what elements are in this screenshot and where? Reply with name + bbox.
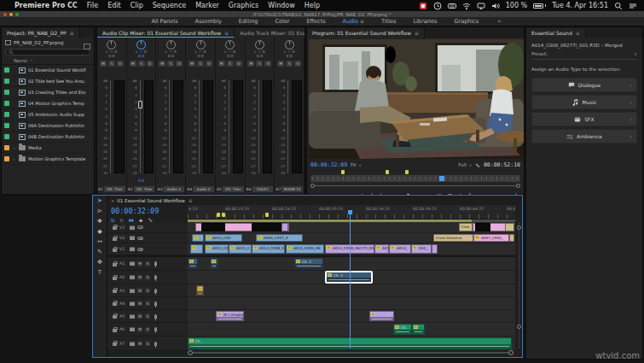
sync-lock-icon[interactable]: [130, 327, 135, 331]
audio-type-ambience-button[interactable]: Ambience›: [531, 129, 637, 143]
menu-edit[interactable]: Edit: [107, 2, 121, 9]
pan-knob[interactable]: [196, 40, 206, 50]
clip-034-[interactable]: fx034_: [411, 244, 432, 254]
clip-cross-dissolve[interactable]: Cross Dissolve: [433, 234, 473, 242]
track-select-forward-tool[interactable]: ⊳: [97, 208, 102, 214]
track-lane-v3[interactable]: Cros: [188, 222, 515, 233]
clip[interactable]: [509, 234, 514, 242]
workspace-tab-assembly[interactable]: Assembly: [187, 18, 230, 25]
slip-tool[interactable]: ↔: [97, 239, 102, 245]
clip[interactable]: [252, 223, 282, 231]
timeline-marker[interactable]: [265, 213, 269, 217]
solo-button[interactable]: S: [286, 61, 293, 67]
tab-sequence[interactable]: 01 Essential Sound Workflow: [117, 198, 184, 203]
label-color-chip[interactable]: [4, 101, 9, 106]
zoom-handle-left[interactable]: [310, 184, 315, 188]
tab-program-monitor[interactable]: Program: 01 Essential Sound Workflow≡: [307, 28, 425, 38]
spotlight-search-icon[interactable]: [614, 2, 623, 10]
track-header-a4[interactable]: A4MS: [107, 297, 188, 310]
track-header-a7[interactable]: A7MS: [107, 337, 188, 351]
sequence-marker[interactable]: [405, 170, 409, 174]
panel-menu-icon[interactable]: ≡: [70, 30, 74, 36]
track-lane-a6[interactable]: fxCh.fx: [188, 323, 515, 337]
pan-knob[interactable]: [136, 40, 146, 50]
volume-fader[interactable]: [138, 79, 142, 175]
lock-icon[interactable]: [113, 343, 117, 346]
audio-type-music-button[interactable]: Music›: [531, 95, 637, 109]
solo-button[interactable]: S: [145, 288, 150, 293]
voiceover-mic-icon[interactable]: [154, 342, 157, 346]
panel-menu-icon[interactable]: ≡: [415, 30, 419, 36]
volume-fader[interactable]: [167, 79, 171, 175]
mute-button[interactable]: M: [137, 288, 142, 293]
panel-menu-icon[interactable]: ≡: [189, 197, 193, 203]
label-color-chip[interactable]: [4, 145, 9, 150]
tab-essential-sound[interactable]: Essential Sound≡: [526, 28, 586, 38]
track-lane-a5[interactable]: fxM.1 Emphasfx: [188, 310, 515, 323]
clip-a014-c008-0[interactable]: fxA014_C008_0: [252, 244, 285, 254]
sync-lock-icon[interactable]: [130, 225, 135, 230]
project-search-input[interactable]: [5, 49, 90, 56]
audio-type-dialogue-button[interactable]: Dialogue›: [531, 78, 637, 92]
project-item[interactable]: 02 Title bed See You Arou: [2, 76, 94, 87]
airplay-icon[interactable]: [477, 2, 485, 10]
voiceover-mic-icon[interactable]: [154, 302, 157, 306]
project-item[interactable]: ›Media: [2, 143, 94, 154]
lock-icon[interactable]: [113, 290, 117, 293]
program-current-timecode[interactable]: 00:00:32:09: [310, 161, 347, 168]
track-lane-a4[interactable]: [188, 297, 515, 310]
voiceover-mic-icon[interactable]: [154, 261, 157, 266]
menu-premiere-pro-cc[interactable]: Premiere Pro CC: [15, 2, 78, 9]
timeline-current-timecode[interactable]: 00:00:32:09: [107, 205, 188, 215]
keyboard-icon[interactable]: [448, 2, 456, 10]
label-color-chip[interactable]: [4, 90, 9, 95]
clip-a004-c007-0[interactable]: fxA004_C007_0: [256, 234, 303, 242]
sequence-marker[interactable]: [386, 170, 389, 174]
close-sequence-icon[interactable]: ×: [111, 198, 114, 203]
tab-audio-clip-mixer[interactable]: Audio Clip Mixer: 01 Essential Sound Wor…: [97, 28, 235, 38]
timeline-vertical-scrollbar[interactable]: [517, 222, 520, 348]
track-name-badge[interactable]: ROOM T1: [281, 186, 303, 192]
audio-type-sfx-button[interactable]: SFX›: [531, 112, 637, 126]
project-tab[interactable]: Project: PR_NAB_D2_PP≡: [2, 28, 80, 38]
timeline-playhead[interactable]: [350, 214, 351, 348]
clip[interactable]: fx: [412, 324, 425, 335]
clip-ch-1[interactable]: fxCh. 1: [326, 272, 372, 283]
automation-button[interactable]: O: [235, 61, 242, 67]
clip-ch-1[interactable]: fxCh. 1: [294, 258, 323, 269]
settings-wrench-icon[interactable]: 🔧︎: [475, 162, 480, 168]
pan-knob[interactable]: [225, 40, 235, 50]
panel-menu-icon[interactable]: ≡: [224, 30, 229, 36]
volume-fader[interactable]: [286, 79, 290, 175]
playback-resolution-dropdown[interactable]: Full∨: [458, 162, 472, 167]
timeline-playhead-head[interactable]: [348, 210, 352, 214]
label-color-chip[interactable]: [4, 156, 9, 161]
clip-a014-[interactable]: fxA014_: [389, 244, 411, 254]
timeline-horizontal-scrollbar[interactable]: [188, 350, 513, 355]
mute-button[interactable]: M: [247, 61, 254, 67]
track-lane-a1[interactable]: fxfxfxCh. 1: [188, 257, 515, 271]
workspace-tab-graphics[interactable]: Graphics: [446, 18, 488, 25]
menu-sequence[interactable]: Sequence: [153, 2, 186, 9]
clip[interactable]: [475, 223, 490, 231]
label-color-chip[interactable]: [4, 67, 9, 73]
lock-icon[interactable]: [113, 329, 117, 332]
track-lane-v1[interactable]: fxfxA015_C01fxA015_CfxA014_C008_0fxA015_…: [188, 243, 515, 255]
track-header-v1[interactable]: V1: [107, 243, 188, 255]
mute-button[interactable]: M: [137, 313, 142, 319]
workspace-tab-libraries[interactable]: Libraries: [404, 18, 445, 25]
track-header-v2[interactable]: V2: [107, 233, 188, 243]
track-header-a6[interactable]: A6MS: [107, 323, 188, 337]
wifi-icon[interactable]: [462, 2, 471, 10]
sync-lock-icon[interactable]: [130, 289, 135, 293]
workspace-menu-icon[interactable]: ≡: [360, 18, 364, 24]
disclosure-triangle[interactable]: ›: [12, 145, 16, 150]
project-file-row[interactable]: PR_NAB_D2_PP.prproj: [2, 38, 94, 48]
mute-button[interactable]: M: [137, 301, 142, 306]
solo-button[interactable]: S: [145, 327, 150, 332]
project-item[interactable]: 06B Destination Publishin: [2, 132, 94, 143]
workspace-tab-editing[interactable]: Editing: [230, 18, 267, 25]
clip[interactable]: fx: [190, 244, 203, 254]
panel-menu-icon[interactable]: ≡: [576, 30, 580, 36]
sync-lock-icon[interactable]: [130, 261, 135, 266]
